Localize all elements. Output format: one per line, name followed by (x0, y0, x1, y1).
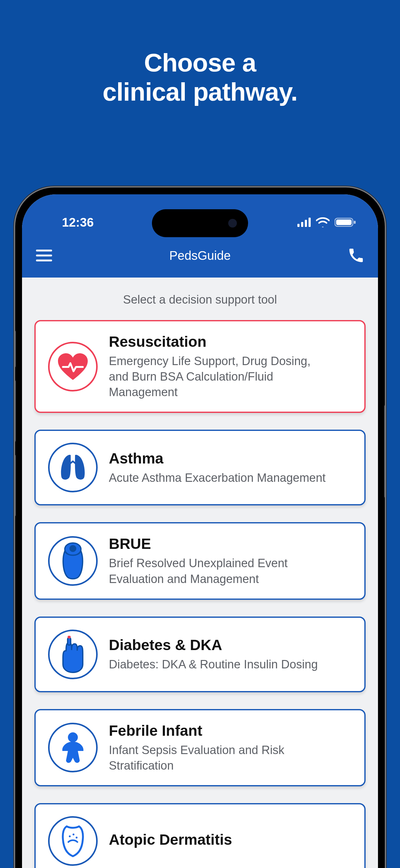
phone-screen: 12:36 (22, 194, 378, 868)
svg-point-14 (76, 837, 77, 838)
pathway-card-febrile-infant[interactable]: Febrile Infant Infant Sepsis Evaluation … (34, 709, 366, 786)
card-title: Atopic Dermatitis (109, 831, 352, 848)
swaddle-icon (48, 536, 98, 586)
phone-frame: 12:36 (14, 186, 386, 868)
phone-icon (348, 248, 364, 263)
card-title: Diabetes & DKA (109, 637, 352, 653)
card-desc: Acute Asthma Exacerbation Management (109, 470, 332, 486)
status-icons (297, 217, 356, 227)
svg-point-8 (69, 545, 76, 552)
card-desc: Brief Resolved Unexplained Event Evaluat… (109, 555, 332, 586)
skin-icon (48, 816, 98, 866)
hamburger-icon (36, 250, 52, 251)
menu-button[interactable] (33, 245, 55, 266)
svg-rect-0 (297, 224, 300, 227)
phone-side-button (14, 455, 16, 517)
phone-side-button (384, 405, 386, 498)
svg-point-13 (72, 834, 74, 835)
content-area: Select a decision support tool Resuscita… (22, 278, 378, 868)
status-time: 12:36 (44, 215, 112, 229)
phone-side-button (14, 330, 16, 368)
dynamic-island (152, 209, 248, 237)
hamburger-icon (36, 259, 52, 261)
heart-icon (48, 342, 98, 392)
phone-side-button (14, 380, 16, 442)
card-title: BRUE (109, 535, 352, 552)
pathway-card-atopic-dermatitis[interactable]: Atopic Dermatitis (34, 803, 366, 868)
pathway-card-asthma[interactable]: Asthma Acute Asthma Exacerbation Managem… (34, 430, 366, 505)
marketing-headline: Choose a clinical pathway. (0, 0, 400, 107)
cellular-icon (297, 218, 311, 227)
svg-point-12 (69, 835, 71, 837)
baby-icon (48, 723, 98, 772)
svg-rect-2 (305, 220, 307, 227)
hamburger-icon (36, 254, 52, 256)
pathway-card-resuscitation[interactable]: Resuscitation Emergency Life Support, Dr… (34, 320, 366, 413)
lungs-icon (48, 443, 98, 492)
card-desc: Infant Sepsis Evaluation and Risk Strati… (109, 742, 332, 773)
svg-rect-9 (68, 638, 71, 645)
card-title: Febrile Infant (109, 722, 352, 739)
nav-bar: PedsGuide (22, 240, 378, 278)
pathway-card-brue[interactable]: BRUE Brief Resolved Unexplained Event Ev… (34, 522, 366, 599)
card-title: Asthma (109, 450, 352, 467)
svg-point-11 (68, 732, 78, 742)
svg-rect-6 (354, 221, 356, 224)
card-title: Resuscitation (109, 333, 352, 350)
marketing-headline-line2: clinical pathway. (0, 77, 400, 106)
card-desc: Diabetes: DKA & Routine Insulin Dosing (109, 657, 332, 672)
svg-rect-1 (301, 222, 303, 227)
content-subtitle: Select a decision support tool (34, 289, 366, 320)
finger-prick-icon (48, 629, 98, 679)
wifi-icon (316, 217, 330, 227)
pathway-card-diabetes[interactable]: Diabetes & DKA Diabetes: DKA & Routine I… (34, 617, 366, 692)
nav-title: PedsGuide (22, 249, 378, 262)
marketing-headline-line1: Choose a (0, 48, 400, 77)
card-desc: Emergency Life Support, Drug Dosing, and… (109, 353, 332, 400)
call-button[interactable] (345, 245, 367, 266)
battery-icon (335, 217, 356, 227)
svg-rect-3 (308, 218, 311, 227)
svg-rect-5 (336, 219, 352, 225)
